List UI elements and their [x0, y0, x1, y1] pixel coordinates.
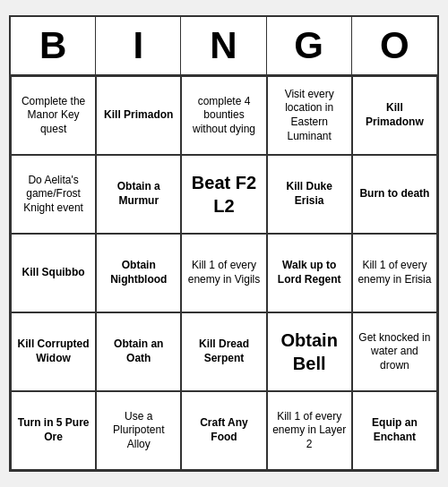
bingo-cell-3: Visit every location in Eastern Luminant — [267, 76, 352, 155]
bingo-letter-n: N — [181, 17, 266, 74]
bingo-card: BINGO Complete the Manor Key questKill P… — [9, 15, 439, 472]
bingo-cell-20: Turn in 5 Pure Ore — [11, 391, 96, 470]
bingo-cell-5: Do Aelita's game/Frost Knight event — [11, 155, 96, 234]
bingo-cell-14: Kill 1 of every enemy in Erisia — [352, 234, 437, 312]
bingo-cell-12: Kill 1 of every enemy in Vigils — [181, 234, 266, 312]
bingo-cell-4: Kill Primadonw — [352, 76, 437, 155]
bingo-cell-18: Obtain Bell — [267, 312, 352, 391]
bingo-cell-6: Obtain a Murmur — [96, 155, 181, 234]
bingo-cell-22: Craft Any Food — [181, 391, 266, 470]
bingo-cell-9: Burn to death — [352, 155, 437, 234]
bingo-cell-15: Kill Corrupted Widow — [11, 312, 96, 391]
bingo-cell-16: Obtain an Oath — [96, 312, 181, 391]
bingo-cell-23: Kill 1 of every enemy in Layer 2 — [267, 391, 352, 470]
bingo-letter-i: I — [96, 17, 181, 74]
bingo-letter-o: O — [352, 17, 437, 74]
bingo-cell-19: Get knocked in water and drown — [352, 312, 437, 391]
bingo-cell-11: Obtain Nightblood — [96, 234, 181, 312]
bingo-header: BINGO — [11, 17, 437, 76]
bingo-cell-8: Kill Duke Erisia — [267, 155, 352, 234]
bingo-cell-17: Kill Dread Serpent — [181, 312, 266, 391]
bingo-grid: Complete the Manor Key questKill Primado… — [11, 76, 437, 470]
bingo-cell-2: complete 4 bounties without dying — [181, 76, 266, 155]
bingo-cell-24: Equip an Enchant — [352, 391, 437, 470]
bingo-cell-0: Complete the Manor Key quest — [11, 76, 96, 155]
bingo-letter-b: B — [11, 17, 96, 74]
bingo-cell-7: Beat F2 L2 — [181, 155, 266, 234]
bingo-cell-13: Walk up to Lord Regent — [267, 234, 352, 312]
bingo-cell-1: Kill Primadon — [96, 76, 181, 155]
bingo-cell-10: Kill Squibbo — [11, 234, 96, 312]
bingo-letter-g: G — [267, 17, 352, 74]
bingo-cell-21: Use a Pluripotent Alloy — [96, 391, 181, 470]
